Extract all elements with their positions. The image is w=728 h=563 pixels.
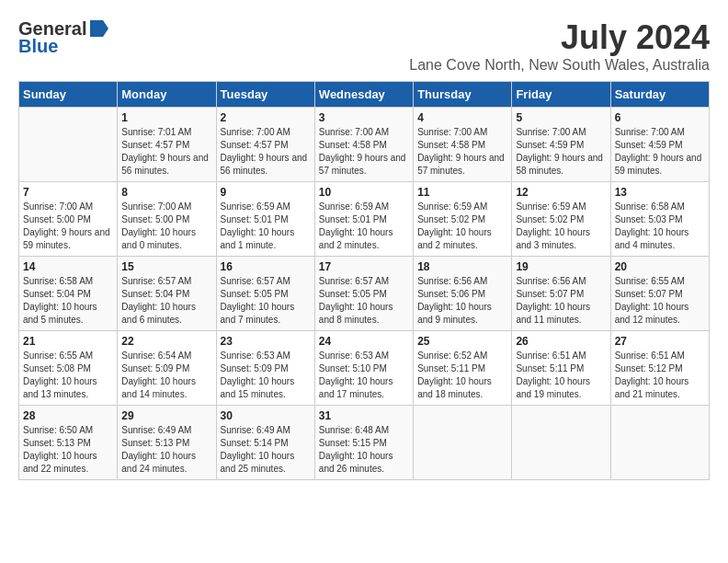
- day-cell: 6Sunrise: 7:00 AMSunset: 4:59 PMDaylight…: [610, 108, 709, 182]
- day-number: 7: [23, 186, 113, 199]
- day-info: Sunrise: 6:58 AMSunset: 5:04 PMDaylight:…: [23, 275, 113, 327]
- day-info: Sunrise: 7:00 AMSunset: 4:58 PMDaylight:…: [417, 126, 507, 178]
- day-number: 4: [417, 111, 507, 124]
- day-number: 25: [417, 335, 507, 348]
- day-info: Sunrise: 6:51 AMSunset: 5:11 PMDaylight:…: [516, 350, 606, 401]
- day-number: 9: [221, 186, 311, 199]
- day-cell: 22Sunrise: 6:54 AMSunset: 5:09 PMDayligh…: [118, 331, 216, 406]
- week-row-5: 28Sunrise: 6:50 AMSunset: 5:13 PMDayligh…: [19, 406, 710, 480]
- day-info: Sunrise: 6:59 AMSunset: 5:01 PMDaylight:…: [319, 201, 409, 252]
- title-area: July 2024 Lane Cove North, New South Wal…: [409, 18, 710, 74]
- day-number: 22: [121, 335, 211, 348]
- day-number: 26: [516, 335, 606, 348]
- day-cell: 28Sunrise: 6:50 AMSunset: 5:13 PMDayligh…: [19, 406, 118, 480]
- day-cell: 30Sunrise: 6:49 AMSunset: 5:14 PMDayligh…: [216, 406, 314, 480]
- logo-blue-text: Blue: [18, 36, 58, 57]
- day-info: Sunrise: 7:00 AMSunset: 5:00 PMDaylight:…: [23, 201, 113, 252]
- day-number: 2: [221, 111, 311, 124]
- month-year: July 2024: [409, 18, 710, 57]
- day-header-friday: Friday: [512, 82, 610, 108]
- day-info: Sunrise: 6:54 AMSunset: 5:09 PMDaylight:…: [121, 350, 211, 401]
- day-header-wednesday: Wednesday: [314, 82, 413, 108]
- day-cell: 24Sunrise: 6:53 AMSunset: 5:10 PMDayligh…: [314, 331, 413, 406]
- day-cell: [414, 406, 512, 480]
- day-info: Sunrise: 6:55 AMSunset: 5:08 PMDaylight:…: [23, 350, 113, 401]
- day-cell: 27Sunrise: 6:51 AMSunset: 5:12 PMDayligh…: [610, 331, 709, 406]
- day-info: Sunrise: 6:52 AMSunset: 5:11 PMDaylight:…: [417, 350, 507, 401]
- day-cell: 11Sunrise: 6:59 AMSunset: 5:02 PMDayligh…: [414, 182, 512, 257]
- day-number: 28: [23, 409, 113, 422]
- day-number: 27: [615, 335, 705, 348]
- day-info: Sunrise: 6:59 AMSunset: 5:02 PMDaylight:…: [417, 201, 507, 252]
- day-info: Sunrise: 6:57 AMSunset: 5:05 PMDaylight:…: [221, 275, 311, 327]
- day-number: 3: [319, 111, 409, 124]
- day-number: 15: [121, 260, 211, 273]
- day-header-thursday: Thursday: [414, 82, 512, 108]
- day-cell: 4Sunrise: 7:00 AMSunset: 4:58 PMDaylight…: [414, 108, 512, 182]
- day-cell: 1Sunrise: 7:01 AMSunset: 4:57 PMDaylight…: [118, 108, 216, 182]
- day-info: Sunrise: 6:50 AMSunset: 5:13 PMDaylight:…: [23, 424, 113, 476]
- day-info: Sunrise: 6:53 AMSunset: 5:09 PMDaylight:…: [221, 350, 311, 401]
- day-number: 23: [221, 335, 311, 348]
- day-cell: 19Sunrise: 6:56 AMSunset: 5:07 PMDayligh…: [512, 257, 610, 331]
- day-info: Sunrise: 7:00 AMSunset: 4:57 PMDaylight:…: [221, 126, 311, 178]
- day-number: 30: [221, 409, 311, 422]
- days-header-row: SundayMondayTuesdayWednesdayThursdayFrid…: [19, 82, 710, 108]
- day-number: 6: [615, 111, 705, 124]
- day-number: 17: [319, 260, 409, 273]
- day-cell: 17Sunrise: 6:57 AMSunset: 5:05 PMDayligh…: [314, 257, 413, 331]
- day-cell: 25Sunrise: 6:52 AMSunset: 5:11 PMDayligh…: [414, 331, 512, 406]
- day-number: 11: [417, 186, 507, 199]
- week-row-2: 7Sunrise: 7:00 AMSunset: 5:00 PMDaylight…: [19, 182, 710, 257]
- day-cell: [19, 108, 118, 182]
- day-info: Sunrise: 6:59 AMSunset: 5:01 PMDaylight:…: [221, 201, 311, 252]
- day-header-saturday: Saturday: [610, 82, 709, 108]
- logo-icon: [88, 18, 108, 39]
- svg-marker-0: [90, 20, 108, 37]
- day-info: Sunrise: 7:01 AMSunset: 4:57 PMDaylight:…: [121, 126, 211, 178]
- day-cell: 8Sunrise: 7:00 AMSunset: 5:00 PMDaylight…: [118, 182, 216, 257]
- day-cell: 29Sunrise: 6:49 AMSunset: 5:13 PMDayligh…: [118, 406, 216, 480]
- day-cell: [610, 406, 709, 480]
- day-cell: 26Sunrise: 6:51 AMSunset: 5:11 PMDayligh…: [512, 331, 610, 406]
- day-number: 13: [615, 186, 705, 199]
- week-row-1: 1Sunrise: 7:01 AMSunset: 4:57 PMDaylight…: [19, 108, 710, 182]
- day-info: Sunrise: 6:57 AMSunset: 5:05 PMDaylight:…: [319, 275, 409, 327]
- day-number: 24: [319, 335, 409, 348]
- day-info: Sunrise: 6:59 AMSunset: 5:02 PMDaylight:…: [516, 201, 606, 252]
- day-header-sunday: Sunday: [19, 82, 118, 108]
- day-cell: 21Sunrise: 6:55 AMSunset: 5:08 PMDayligh…: [19, 331, 118, 406]
- day-number: 10: [319, 186, 409, 199]
- day-header-tuesday: Tuesday: [216, 82, 314, 108]
- day-cell: 3Sunrise: 7:00 AMSunset: 4:58 PMDaylight…: [314, 108, 413, 182]
- day-number: 31: [319, 409, 409, 422]
- day-number: 1: [121, 111, 211, 124]
- day-number: 5: [516, 111, 606, 124]
- day-info: Sunrise: 6:58 AMSunset: 5:03 PMDaylight:…: [615, 201, 705, 252]
- day-info: Sunrise: 7:00 AMSunset: 5:00 PMDaylight:…: [121, 201, 211, 252]
- day-cell: 23Sunrise: 6:53 AMSunset: 5:09 PMDayligh…: [216, 331, 314, 406]
- day-cell: 5Sunrise: 7:00 AMSunset: 4:59 PMDaylight…: [512, 108, 610, 182]
- day-header-monday: Monday: [118, 82, 216, 108]
- week-row-3: 14Sunrise: 6:58 AMSunset: 5:04 PMDayligh…: [19, 257, 710, 331]
- day-cell: 31Sunrise: 6:48 AMSunset: 5:15 PMDayligh…: [314, 406, 413, 480]
- day-cell: 9Sunrise: 6:59 AMSunset: 5:01 PMDaylight…: [216, 182, 314, 257]
- day-cell: [512, 406, 610, 480]
- day-info: Sunrise: 7:00 AMSunset: 4:59 PMDaylight:…: [516, 126, 606, 178]
- day-info: Sunrise: 6:55 AMSunset: 5:07 PMDaylight:…: [615, 275, 705, 327]
- header: General Blue July 2024 Lane Cove North, …: [18, 18, 710, 74]
- day-cell: 16Sunrise: 6:57 AMSunset: 5:05 PMDayligh…: [216, 257, 314, 331]
- day-number: 12: [516, 186, 606, 199]
- day-info: Sunrise: 6:48 AMSunset: 5:15 PMDaylight:…: [319, 424, 409, 476]
- day-cell: 15Sunrise: 6:57 AMSunset: 5:04 PMDayligh…: [118, 257, 216, 331]
- day-number: 20: [615, 260, 705, 273]
- day-cell: 2Sunrise: 7:00 AMSunset: 4:57 PMDaylight…: [216, 108, 314, 182]
- day-cell: 18Sunrise: 6:56 AMSunset: 5:06 PMDayligh…: [414, 257, 512, 331]
- day-info: Sunrise: 7:00 AMSunset: 4:58 PMDaylight:…: [319, 126, 409, 178]
- day-info: Sunrise: 6:57 AMSunset: 5:04 PMDaylight:…: [121, 275, 211, 327]
- day-info: Sunrise: 6:51 AMSunset: 5:12 PMDaylight:…: [615, 350, 705, 401]
- day-info: Sunrise: 6:49 AMSunset: 5:13 PMDaylight:…: [121, 424, 211, 476]
- logo: General Blue: [18, 18, 108, 57]
- day-info: Sunrise: 6:56 AMSunset: 5:06 PMDaylight:…: [417, 275, 507, 327]
- day-cell: 14Sunrise: 6:58 AMSunset: 5:04 PMDayligh…: [19, 257, 118, 331]
